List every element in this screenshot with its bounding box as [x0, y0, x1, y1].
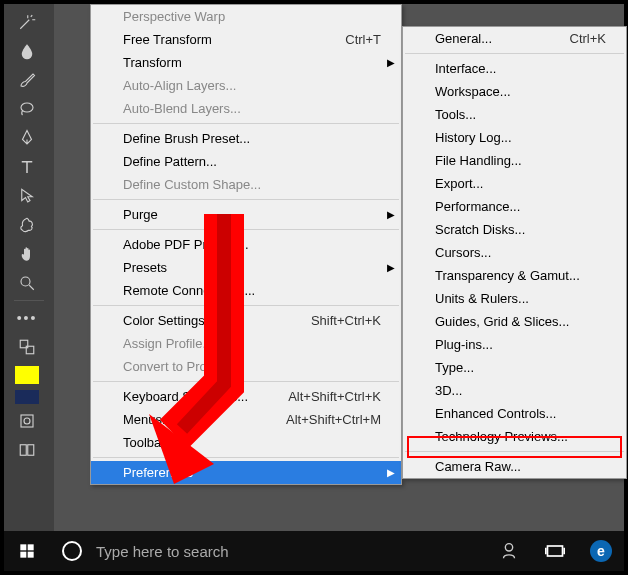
- toolbar-separator: [14, 300, 44, 301]
- blur-tool-icon[interactable]: [14, 38, 40, 64]
- menu-item-define-brush[interactable]: Define Brush Preset...: [91, 127, 401, 150]
- shape-tool-icon[interactable]: [14, 212, 40, 238]
- search-placeholder: Type here to search: [96, 543, 229, 560]
- menu-item-units-rulers[interactable]: Units & Rulers...: [403, 287, 626, 310]
- menu-item-auto-align[interactable]: Auto-Align Layers...: [91, 74, 401, 97]
- wand-tool-icon[interactable]: [14, 9, 40, 35]
- menu-item-guides-grid[interactable]: Guides, Grid & Slices...: [403, 310, 626, 333]
- quickmask-icon[interactable]: [14, 408, 40, 434]
- menu-label: Cursors...: [435, 245, 491, 260]
- edit-menu: Perspective Warp Free TransformCtrl+T Tr…: [90, 4, 402, 485]
- taskbar-search[interactable]: Type here to search: [50, 531, 400, 571]
- brush-tool-icon[interactable]: [14, 67, 40, 93]
- menu-label: Auto-Blend Layers...: [123, 101, 241, 116]
- menu-label: Purge: [123, 207, 158, 222]
- menu-separator: [93, 381, 399, 382]
- menu-label: Camera Raw...: [435, 459, 521, 474]
- foreground-swatch[interactable]: [15, 366, 39, 384]
- submenu-arrow-icon: ▶: [387, 209, 395, 220]
- menu-item-perspective-warp[interactable]: Perspective Warp: [91, 5, 401, 28]
- menu-separator: [93, 305, 399, 306]
- menu-item-define-shape[interactable]: Define Custom Shape...: [91, 173, 401, 196]
- menu-label: Guides, Grid & Slices...: [435, 314, 569, 329]
- menu-item-menus[interactable]: Menus...Alt+Shift+Ctrl+M: [91, 408, 401, 431]
- menu-label: Preferences: [123, 465, 193, 480]
- task-view-icon[interactable]: [532, 531, 578, 571]
- lasso-tool-icon[interactable]: [14, 96, 40, 122]
- tools-toolbar: •••: [4, 4, 54, 531]
- menu-label: Scratch Disks...: [435, 222, 525, 237]
- menu-item-convert-profile[interactable]: Convert to Profile...: [91, 355, 401, 378]
- menu-label: Perspective Warp: [123, 9, 225, 24]
- pen-tool-icon[interactable]: [14, 125, 40, 151]
- menu-label: Convert to Profile...: [123, 359, 234, 374]
- start-button[interactable]: [4, 531, 50, 571]
- swap-colors-icon[interactable]: [14, 334, 40, 360]
- hand-tool-icon[interactable]: [14, 241, 40, 267]
- menu-item-scratch-disks[interactable]: Scratch Disks...: [403, 218, 626, 241]
- menu-item-3d[interactable]: 3D...: [403, 379, 626, 402]
- menu-item-color-settings[interactable]: Color Settings...Shift+Ctrl+K: [91, 309, 401, 332]
- menu-item-tools[interactable]: Tools...: [403, 103, 626, 126]
- menu-item-pdf-presets[interactable]: Adobe PDF Presets...: [91, 233, 401, 256]
- menu-item-cursors[interactable]: Cursors...: [403, 241, 626, 264]
- menu-label: Menus...: [123, 412, 173, 427]
- menu-label: Define Custom Shape...: [123, 177, 261, 192]
- menu-separator: [93, 199, 399, 200]
- menu-item-keyboard-shortcuts[interactable]: Keyboard Shortcuts...Alt+Shift+Ctrl+K: [91, 385, 401, 408]
- menu-item-presets[interactable]: Presets▶: [91, 256, 401, 279]
- menu-item-general[interactable]: General...Ctrl+K: [403, 27, 626, 50]
- menu-item-transparency[interactable]: Transparency & Gamut...: [403, 264, 626, 287]
- taskbar-app-icon[interactable]: [486, 531, 532, 571]
- menu-item-enhanced-controls[interactable]: Enhanced Controls...: [403, 402, 626, 425]
- background-swatch[interactable]: [15, 390, 39, 404]
- menu-label: Transform: [123, 55, 182, 70]
- menu-item-purge[interactable]: Purge▶: [91, 203, 401, 226]
- menu-label: 3D...: [435, 383, 462, 398]
- edge-browser-icon[interactable]: e: [578, 531, 624, 571]
- submenu-arrow-icon: ▶: [387, 57, 395, 68]
- menu-item-transform[interactable]: Transform▶: [91, 51, 401, 74]
- text-tool-icon[interactable]: [14, 154, 40, 180]
- menu-item-type[interactable]: Type...: [403, 356, 626, 379]
- menu-item-interface[interactable]: Interface...: [403, 57, 626, 80]
- menu-item-free-transform[interactable]: Free TransformCtrl+T: [91, 28, 401, 51]
- menu-label: Transparency & Gamut...: [435, 268, 580, 283]
- menu-item-technology-previews[interactable]: Technology Previews...: [403, 425, 626, 448]
- menu-separator: [93, 457, 399, 458]
- menu-item-plugins[interactable]: Plug-ins...: [403, 333, 626, 356]
- svg-rect-14: [548, 546, 563, 556]
- menu-item-toolbar[interactable]: Toolbar...: [91, 431, 401, 454]
- menu-label: Enhanced Controls...: [435, 406, 556, 421]
- menu-item-define-pattern[interactable]: Define Pattern...: [91, 150, 401, 173]
- menu-shortcut: Ctrl+T: [345, 32, 381, 47]
- menu-item-export[interactable]: Export...: [403, 172, 626, 195]
- menu-item-auto-blend[interactable]: Auto-Blend Layers...: [91, 97, 401, 120]
- submenu-arrow-icon: ▶: [387, 262, 395, 273]
- menu-item-camera-raw[interactable]: Camera Raw...: [403, 455, 626, 478]
- menu-label: Adobe PDF Presets...: [123, 237, 249, 252]
- svg-rect-12: [28, 552, 34, 558]
- screenmode-icon[interactable]: [14, 437, 40, 463]
- path-select-tool-icon[interactable]: [14, 183, 40, 209]
- menu-shortcut: Ctrl+K: [570, 31, 606, 46]
- menu-item-performance[interactable]: Performance...: [403, 195, 626, 218]
- menu-label: Define Pattern...: [123, 154, 217, 169]
- menu-item-assign-profile[interactable]: Assign Profile...: [91, 332, 401, 355]
- menu-label: Define Brush Preset...: [123, 131, 250, 146]
- svg-rect-6: [20, 445, 26, 456]
- ellipsis-icon[interactable]: •••: [14, 305, 40, 331]
- windows-taskbar: Type here to search e: [4, 531, 624, 571]
- menu-shortcut: Alt+Shift+Ctrl+M: [286, 412, 381, 427]
- menu-item-file-handling[interactable]: File Handling...: [403, 149, 626, 172]
- menu-label: Keyboard Shortcuts...: [123, 389, 248, 404]
- menu-item-preferences[interactable]: Preferences▶: [91, 461, 401, 484]
- menu-separator: [93, 229, 399, 230]
- zoom-tool-icon[interactable]: [14, 270, 40, 296]
- menu-shortcut: Shift+Ctrl+K: [311, 313, 381, 328]
- menu-item-history-log[interactable]: History Log...: [403, 126, 626, 149]
- menu-item-workspace[interactable]: Workspace...: [403, 80, 626, 103]
- cortana-circle-icon: [62, 541, 82, 561]
- menu-label: Auto-Align Layers...: [123, 78, 236, 93]
- menu-item-remote-connections[interactable]: Remote Connections...: [91, 279, 401, 302]
